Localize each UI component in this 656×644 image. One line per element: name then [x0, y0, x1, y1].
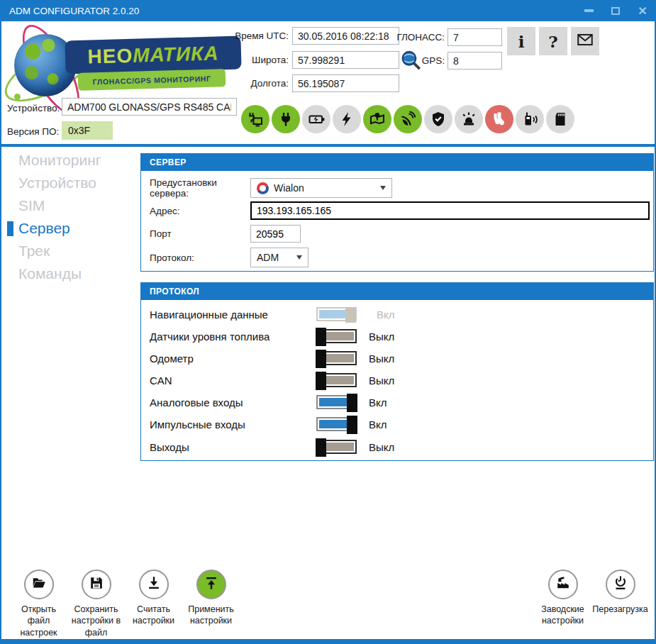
ignition-icon: [333, 105, 361, 133]
latitude-label: Широта:: [221, 55, 289, 65]
adm-configurator-window: ADM CONFIGURATOR 2.0.20 ✕ НЕОМАТИКА ГЛОН…: [0, 0, 656, 644]
time-utc-field[interactable]: [292, 27, 399, 45]
header-separator: [0, 144, 656, 147]
sidebar-item-server[interactable]: Сервер: [1, 217, 140, 240]
close-button[interactable]: ✕: [635, 3, 650, 18]
maximize-button[interactable]: [608, 3, 623, 18]
server-preset-dropdown[interactable]: Wialon: [250, 178, 392, 198]
download-icon: [146, 575, 162, 594]
gps-label: GPS:: [406, 55, 445, 66]
open-settings-file-button[interactable]: Открыть файл настроек: [10, 570, 67, 638]
sidebar-item-track[interactable]: Трек: [1, 240, 140, 262]
header: НЕОМАТИКА ГЛОНАСС/GPS МОНИТОРИНГ Время U…: [1, 21, 655, 144]
brand-banner: НЕОМАТИКА: [65, 36, 241, 74]
neomatica-logo: НЕОМАТИКА ГЛОНАСС/GPS МОНИТОРИНГ: [9, 28, 243, 99]
toggle-row-odometer: Одометр Выкл: [150, 349, 394, 367]
gsm-satellite-icon: [394, 105, 422, 133]
mail-button[interactable]: [571, 27, 599, 55]
footer-right-buttons: Заводские настройки Перезагрузка: [534, 570, 649, 627]
longitude-label: Долгота:: [221, 78, 289, 89]
server-address-input[interactable]: [250, 201, 650, 220]
server-protocol-label: Протокол:: [150, 252, 250, 263]
title-bar: ADM CONFIGURATOR 2.0.20 ✕: [0, 0, 656, 21]
gps-count-field[interactable]: [447, 52, 502, 70]
reboot-button[interactable]: Перезагрузка: [591, 570, 649, 627]
toggle-row-analog-inputs: Аналоговые входы Вкл: [150, 393, 387, 411]
server-protocol-dropdown[interactable]: ADM: [250, 248, 308, 267]
toggle-row-navigation-data: Навигационные данные Вкл: [150, 305, 395, 323]
latitude-field[interactable]: [292, 51, 399, 69]
server-panel: СЕРВЕР Предустановки сервера: Wialon Адр…: [140, 153, 654, 272]
toggle-state: Вкл: [369, 396, 387, 409]
toggle-state: Вкл: [369, 418, 387, 431]
usb-connection-icon: [241, 105, 269, 133]
chevron-down-icon: [296, 255, 302, 260]
device-label: Устройство:: [7, 103, 60, 113]
can-toggle[interactable]: [316, 373, 357, 387]
protocol-panel-title: ПРОТОКОЛ: [141, 283, 653, 300]
sidebar: Мониторинг Устройство SIM Сервер Трек Ко…: [1, 149, 140, 285]
server-port-label: Порт: [150, 228, 250, 239]
fuel-sensors-toggle[interactable]: [316, 329, 357, 343]
toggle-row-can: CAN Выкл: [150, 371, 394, 389]
glonass-label: ГЛОНАСС:: [395, 32, 445, 43]
firmware-version-badge: 0x3F: [62, 121, 113, 140]
server-preset-value: Wialon: [274, 182, 304, 194]
brand-matika: МАТИКА: [133, 42, 219, 67]
help-button[interactable]: ?: [539, 27, 567, 55]
server-port-input[interactable]: [250, 225, 301, 243]
status-icon-row: [241, 105, 574, 133]
outputs-toggle[interactable]: [316, 440, 357, 454]
mail-icon: [576, 30, 594, 52]
save-settings-file-button[interactable]: Сохранить настройки в файл: [67, 570, 125, 638]
toggle-state: Выкл: [369, 331, 394, 343]
apply-settings-button[interactable]: Применить настройки: [182, 570, 240, 638]
sidebar-item-commands[interactable]: Команды: [1, 262, 140, 285]
upload-icon: [204, 575, 219, 594]
sd-card-icon: [546, 105, 574, 133]
factory-icon: [555, 575, 571, 594]
save-icon: [89, 575, 104, 594]
server-preset-label: Предустановки сервера:: [150, 177, 250, 199]
toggle-row-fuel-sensors: Датчики уровня топлива Выкл: [150, 327, 394, 345]
radio-icon: [516, 105, 544, 133]
sidebar-item-device[interactable]: Устройство: [1, 172, 140, 194]
odometer-toggle[interactable]: [316, 351, 357, 365]
server-panel-title: СЕРВЕР: [141, 154, 653, 171]
open-folder-icon: [31, 575, 47, 594]
brand-neo: НЕО: [87, 44, 133, 68]
restart-icon: [613, 575, 628, 594]
time-utc-label: Время UTC:: [221, 30, 289, 41]
info-button[interactable]: i: [507, 27, 535, 55]
sidebar-item-monitoring[interactable]: Мониторинг: [1, 149, 140, 172]
sidebar-item-sim[interactable]: SIM: [1, 194, 140, 217]
toggle-state: Выкл: [369, 441, 394, 453]
navigation-icon: [363, 105, 391, 133]
security-icon: [424, 105, 452, 133]
server-address-label: Адрес:: [150, 206, 250, 216]
read-settings-button[interactable]: Считать настройки: [125, 570, 182, 638]
battery-icon: [302, 105, 330, 133]
toggle-state: Вкл: [377, 309, 395, 321]
pulse-inputs-toggle[interactable]: [316, 417, 357, 431]
firmware-label: Версия ПО:: [7, 126, 60, 137]
factory-reset-button[interactable]: Заводские настройки: [534, 570, 591, 627]
window-title: ADM CONFIGURATOR 2.0.20: [9, 6, 139, 16]
external-power-icon: [272, 105, 300, 133]
alarm-icon: [455, 105, 483, 133]
protocol-panel: ПРОТОКОЛ Навигационные данные Вкл Датчик…: [140, 282, 654, 461]
device-field[interactable]: [62, 98, 237, 116]
server-protocol-value: ADM: [257, 252, 279, 263]
toggle-state: Выкл: [369, 352, 394, 365]
toggle-row-outputs: Выходы Выкл: [150, 438, 394, 456]
wialon-logo-icon: [257, 182, 269, 194]
navigation-data-toggle: [316, 307, 357, 321]
brand-subtitle: ГЛОНАСС/GPS МОНИТОРИНГ: [78, 69, 226, 91]
minimize-button[interactable]: [581, 3, 596, 18]
glonass-count-field[interactable]: [447, 28, 502, 46]
longitude-field[interactable]: [292, 74, 399, 92]
toggle-state: Выкл: [369, 374, 394, 387]
analog-inputs-toggle[interactable]: [316, 395, 357, 409]
toggle-row-pulse-inputs: Импульсные входы Вкл: [150, 415, 387, 433]
chevron-down-icon: [380, 186, 386, 190]
